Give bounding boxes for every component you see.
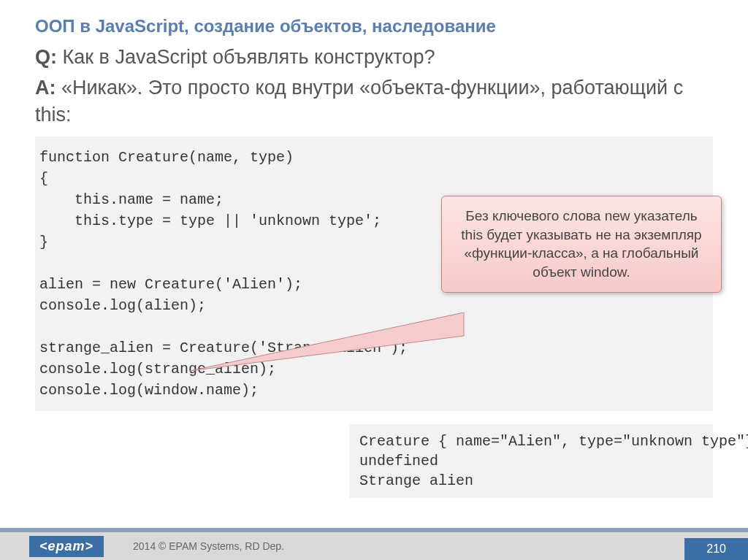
output-block: Creature { name="Alien", type="unknown t… bbox=[349, 424, 713, 498]
slide-title: ООП в JavaScript, создание объектов, нас… bbox=[0, 0, 748, 44]
page-number: 210 bbox=[684, 538, 748, 560]
a-label: A: bbox=[35, 77, 56, 99]
a-text: «Никак». Это просто код внутри «объекта-… bbox=[35, 77, 683, 125]
copyright-text: 2014 © EPAM Systems, RD Dep. bbox=[133, 540, 284, 552]
callout-box: Без ключевого слова new указатель this б… bbox=[441, 196, 722, 293]
q-text: Как в JavaScript объявлять конструктор? bbox=[57, 46, 435, 68]
footer-bar: <epam> 2014 © EPAM Systems, RD Dep. 210 bbox=[0, 528, 748, 560]
q-label: Q: bbox=[35, 46, 57, 68]
question-line: Q: Как в JavaScript объявлять конструкто… bbox=[35, 44, 713, 70]
epam-logo: <epam> bbox=[29, 536, 104, 557]
answer-line: A: «Никак». Это просто код внутри «объек… bbox=[35, 74, 713, 128]
